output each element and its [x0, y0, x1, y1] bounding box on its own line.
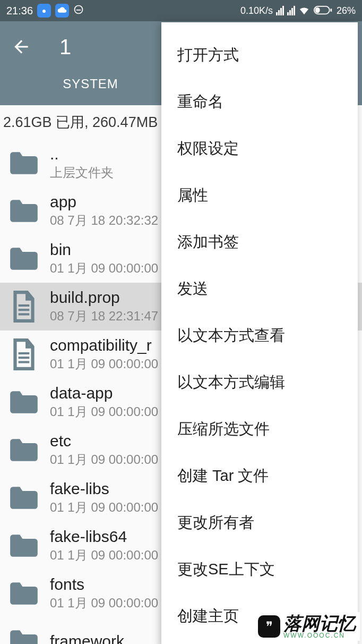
file-icon	[5, 288, 42, 325]
item-name: build.prop	[50, 289, 169, 307]
net-speed: 0.10K/s	[240, 5, 273, 16]
folder-icon	[5, 384, 42, 421]
item-meta: 08 7月 18 22:31:47 1	[50, 308, 169, 325]
folder-icon	[5, 192, 42, 230]
menu-item[interactable]: 更改所有者	[161, 499, 358, 546]
status-bar: 21:36 ● 0.10K/s 26%	[0, 0, 362, 21]
folder-icon	[5, 527, 42, 564]
menu-item[interactable]: 创建 Tar 文件	[161, 453, 358, 499]
item-name: fonts	[50, 575, 158, 594]
watermark-text: 落网记忆	[283, 614, 356, 632]
menu-item[interactable]: 以文本方式编辑	[161, 359, 358, 406]
watermark-logo-icon: ❞	[258, 615, 280, 638]
menu-item[interactable]: 重命名	[161, 79, 358, 125]
item-meta: 01 1月 09 00:00:00	[50, 547, 158, 564]
folder-icon	[5, 623, 42, 644]
svg-rect-2	[315, 7, 320, 13]
menu-item[interactable]: 添加书签	[161, 219, 358, 266]
item-name: ..	[50, 145, 114, 163]
battery-percent: 26%	[337, 5, 356, 16]
folder-icon	[5, 479, 42, 516]
menu-item[interactable]: 发送	[161, 266, 358, 312]
wifi-icon	[298, 6, 310, 15]
battery-icon	[313, 6, 333, 15]
watermark: ❞ 落网记忆 WWW.OOOC.CN	[254, 612, 360, 641]
item-name: fake-libs	[50, 480, 158, 498]
file-icon	[5, 336, 42, 373]
folder-icon	[5, 145, 42, 182]
menu-item[interactable]: 权限设定	[161, 125, 358, 172]
notification-icon: ●	[37, 4, 51, 18]
back-button[interactable]	[8, 34, 34, 60]
selection-count: 1	[59, 35, 71, 59]
signal-icon	[276, 6, 284, 15]
item-name: compatibility_r	[50, 336, 169, 354]
item-meta: 01 1月 09 00:00:00 1	[50, 355, 169, 372]
menu-item[interactable]: 更改SE上下文	[161, 546, 358, 593]
item-name: bin	[50, 241, 158, 259]
menu-item[interactable]: 以文本方式查看	[161, 312, 358, 359]
item-meta: 08 7月 18 20:32:32	[50, 212, 158, 229]
menu-item[interactable]: 压缩所选文件	[161, 406, 358, 453]
menu-item[interactable]: 打开方式	[161, 32, 358, 79]
item-meta: 上层文件夹	[50, 164, 114, 181]
folder-icon	[5, 575, 42, 612]
tab-system[interactable]: SYSTEM	[0, 77, 181, 101]
menu-item[interactable]: 属性	[161, 172, 358, 219]
item-name: data-app	[50, 384, 158, 402]
item-name: app	[50, 193, 158, 211]
item-name: framework	[50, 632, 124, 644]
item-meta: 01 1月 09 00:00:00	[50, 403, 158, 420]
svg-rect-3	[330, 9, 332, 11]
cloud-sync-icon	[55, 4, 69, 18]
item-meta: 01 1月 09 00:00:00	[50, 260, 158, 277]
context-menu: 打开方式重命名权限设定属性添加书签发送以文本方式查看以文本方式编辑压缩所选文件创…	[161, 22, 358, 644]
item-meta: 01 1月 09 00:00:00	[50, 499, 158, 516]
item-name: etc	[50, 432, 158, 450]
dnd-icon	[73, 4, 84, 18]
folder-icon	[5, 431, 42, 469]
folder-icon	[5, 240, 42, 277]
signal-icon-2	[287, 6, 295, 15]
item-meta: 01 1月 09 00:00:00	[50, 451, 158, 468]
item-meta: 01 1月 09 00:00:00	[50, 595, 158, 612]
item-name: fake-libs64	[50, 528, 158, 546]
watermark-url: WWW.OOOC.CN	[283, 632, 356, 639]
status-time: 21:36	[6, 5, 33, 17]
